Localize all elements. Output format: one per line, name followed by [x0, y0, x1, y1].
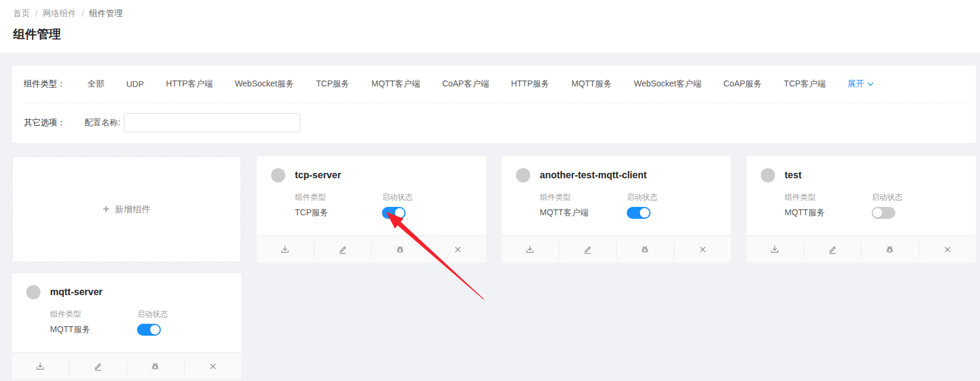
filter-type-option[interactable]: MQTT客户端 [371, 79, 420, 89]
other-options-filter-row: 其它选项： 配置名称: [24, 103, 964, 143]
filter-type-option[interactable]: CoAP客户端 [442, 79, 489, 89]
download-action[interactable] [502, 236, 559, 262]
filter-type-option[interactable]: TCP客户端 [784, 79, 826, 89]
debug-action[interactable] [617, 236, 674, 262]
card-action-bar [257, 236, 486, 262]
edit-icon [583, 244, 593, 255]
component-type-value: MQTT服务 [50, 324, 137, 335]
start-status-toggle[interactable] [872, 207, 895, 219]
component-card-another-test-mqtt-client: another-test-mqtt-client 组件类型 MQTT客户端 启动… [502, 156, 731, 262]
download-icon [35, 361, 45, 371]
filter-type-option[interactable]: WebSocket客户端 [634, 79, 701, 89]
start-status-toggle[interactable] [627, 207, 651, 219]
breadcrumb-network-components[interactable]: 网络组件 [43, 8, 76, 19]
card-body: test 组件类型 MQTT服务 启动状态 [746, 156, 976, 236]
expand-link-label: 展开 [848, 79, 864, 89]
component-type-value: MQTT客户端 [540, 207, 627, 218]
component-avatar [516, 168, 530, 182]
start-status-toggle[interactable] [382, 207, 406, 219]
component-type-field-label: 组件类型 [295, 192, 382, 203]
component-card-mqtt-server: mqtt-server 组件类型 MQTT服务 启动状态 [12, 273, 241, 379]
debug-action[interactable] [127, 353, 184, 379]
filter-type-option[interactable]: UDP [126, 79, 144, 89]
bug-icon [640, 244, 650, 255]
download-icon [280, 244, 290, 255]
edit-icon [93, 361, 103, 371]
filter-type-option[interactable]: MQTT服务 [571, 79, 612, 89]
edit-action[interactable] [804, 236, 861, 262]
component-card-test: test 组件类型 MQTT服务 启动状态 [746, 156, 976, 262]
component-avatar [271, 168, 285, 182]
filter-type-option[interactable]: TCP服务 [316, 79, 349, 89]
component-name: test [785, 170, 801, 181]
download-icon [525, 244, 535, 255]
debug-action[interactable] [861, 236, 919, 262]
component-type-filter-row: 组件类型： 全部 UDP HTTP客户端 WebSocket服务 TCP服务 M… [24, 66, 964, 103]
card-action-bar [746, 236, 976, 262]
component-type-value: TCP服务 [295, 207, 382, 218]
debug-action[interactable] [372, 236, 429, 262]
component-avatar [26, 285, 41, 299]
close-icon [698, 244, 708, 255]
page-header: 首页 / 网络组件 / 组件管理 组件管理 [0, 0, 980, 52]
edit-icon [827, 244, 838, 255]
filter-type-option[interactable]: HTTP客户端 [166, 79, 213, 89]
card-action-bar [502, 236, 731, 262]
plus-icon: + [102, 203, 110, 215]
component-name: tcp-server [295, 170, 341, 181]
component-name: mqtt-server [50, 287, 102, 298]
component-type-label: 组件类型： [24, 79, 66, 89]
component-name: another-test-mqtt-client [540, 170, 647, 181]
card-body: mqtt-server 组件类型 MQTT服务 启动状态 [12, 273, 241, 352]
filter-panel: 组件类型： 全部 UDP HTTP客户端 WebSocket服务 TCP服务 M… [12, 66, 976, 143]
component-type-field-label: 组件类型 [50, 309, 137, 320]
add-component-label: 新增组件 [115, 204, 151, 215]
filter-type-option[interactable]: HTTP服务 [511, 79, 550, 89]
start-status-field-label: 启动状态 [137, 309, 224, 320]
component-cards-grid: + 新增组件 tcp-server 组件类型 TCP服务 启动状态 [12, 156, 976, 379]
filter-type-option[interactable]: WebSocket服务 [235, 79, 294, 89]
bug-icon [395, 244, 405, 255]
page-title: 组件管理 [13, 26, 980, 42]
filter-type-option[interactable]: 全部 [88, 79, 104, 89]
toggle-knob [150, 325, 160, 334]
component-type-field-label: 组件类型 [785, 192, 872, 203]
card-body: another-test-mqtt-client 组件类型 MQTT客户端 启动… [502, 156, 731, 236]
start-status-toggle[interactable] [137, 324, 161, 336]
download-action[interactable] [12, 353, 69, 379]
start-status-field-label: 启动状态 [382, 192, 469, 203]
breadcrumb-separator: / [82, 9, 84, 18]
add-component-card[interactable]: + 新增组件 [12, 156, 241, 262]
toggle-knob [395, 208, 405, 218]
download-action[interactable] [746, 236, 804, 262]
bug-icon [885, 244, 895, 255]
component-type-value: MQTT服务 [785, 207, 872, 218]
delete-action[interactable] [674, 236, 732, 262]
edit-action[interactable] [315, 236, 372, 262]
toggle-knob [640, 208, 649, 218]
close-icon [942, 244, 953, 255]
download-action[interactable] [257, 236, 314, 262]
chevron-down-icon [867, 82, 873, 86]
filter-type-option[interactable]: CoAP服务 [723, 79, 762, 89]
bug-icon [150, 361, 160, 371]
other-options-label: 其它选项： [24, 117, 66, 128]
close-icon [453, 244, 463, 255]
breadcrumb: 首页 / 网络组件 / 组件管理 [13, 8, 980, 19]
edit-icon [338, 244, 348, 255]
edit-action[interactable] [70, 353, 127, 379]
breadcrumb-component-management: 组件管理 [89, 8, 123, 19]
toggle-knob [873, 208, 882, 218]
config-name-input[interactable] [124, 113, 300, 132]
component-avatar [761, 168, 775, 182]
delete-action[interactable] [185, 353, 242, 379]
expand-link[interactable]: 展开 [848, 79, 873, 89]
card-action-bar [12, 352, 241, 379]
component-card-tcp-server: tcp-server 组件类型 TCP服务 启动状态 [257, 156, 486, 262]
card-body: tcp-server 组件类型 TCP服务 启动状态 [257, 156, 486, 236]
config-name-label: 配置名称: [85, 117, 120, 128]
breadcrumb-home[interactable]: 首页 [13, 8, 30, 19]
edit-action[interactable] [559, 236, 617, 262]
delete-action[interactable] [919, 236, 976, 262]
delete-action[interactable] [430, 236, 487, 262]
